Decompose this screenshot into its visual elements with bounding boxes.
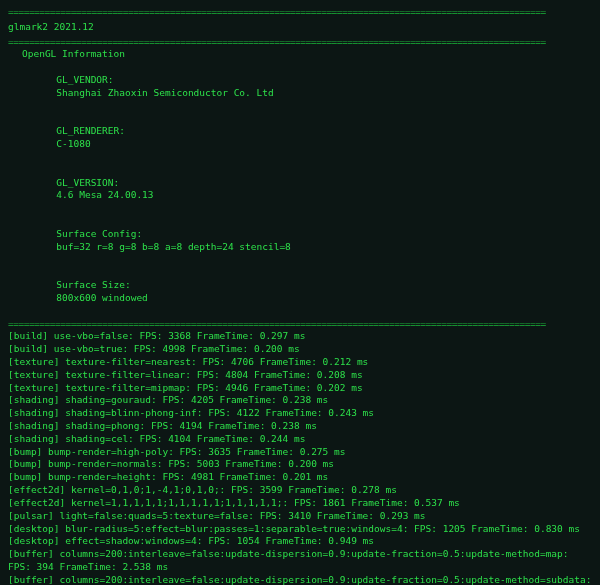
label: GL_VENDOR: — [56, 74, 158, 87]
benchmark-line: [shading] shading=phong: FPS: 4194 Frame… — [8, 420, 592, 433]
benchmark-line: [bump] bump-render=height: FPS: 4981 Fra… — [8, 471, 592, 484]
benchmark-line: [bump] bump-render=normals: FPS: 5003 Fr… — [8, 458, 592, 471]
benchmark-line: [shading] shading=cel: FPS: 4104 FrameTi… — [8, 433, 592, 446]
benchmark-line: [pulsar] light=false:quads=5:texture=fal… — [8, 510, 592, 523]
benchmark-line: [desktop] blur-radius=5:effect=blur:pass… — [8, 523, 592, 536]
divider: ========================================… — [8, 6, 592, 19]
benchmark-line: [texture] texture-filter=nearest: FPS: 4… — [8, 356, 592, 369]
benchmark-line: [effect2d] kernel=1,1,1,1,1;1,1,1,1,1;1,… — [8, 497, 592, 510]
benchmark-line: [desktop] effect=shadow:windows=4: FPS: … — [8, 535, 592, 548]
gl-renderer: GL_RENDERER: C-1080 — [22, 113, 592, 164]
gl-version: GL_VERSION: 4.6 Mesa 24.00.13 — [22, 164, 592, 215]
app-title: glmark2 2021.12 — [8, 19, 592, 36]
surface-config: Surface Config: buf=32 r=8 g=8 b=8 a=8 d… — [22, 215, 592, 266]
opengl-info-block: OpenGL Information GL_VENDOR: Shanghai Z… — [8, 48, 592, 317]
benchmark-line: [texture] texture-filter=mipmap: FPS: 49… — [8, 382, 592, 395]
benchmark-line: [shading] shading=blinn-phong-inf: FPS: … — [8, 407, 592, 420]
benchmark-line: [texture] texture-filter=linear: FPS: 48… — [8, 369, 592, 382]
label: Surface Size: — [56, 279, 158, 292]
value: 800x600 windowed — [56, 292, 148, 303]
label: Surface Config: — [56, 228, 158, 241]
divider: ========================================… — [8, 36, 592, 49]
info-title: OpenGL Information — [22, 48, 592, 61]
terminal-window: ========================================… — [0, 0, 600, 585]
benchmark-line: [build] use-vbo=true: FPS: 4998 FrameTim… — [8, 343, 592, 356]
benchmark-line: [buffer] columns=200:interleave=false:up… — [8, 574, 592, 585]
value: C-1080 — [56, 138, 90, 149]
value: Shanghai Zhaoxin Semiconductor Co. Ltd — [56, 87, 273, 98]
gl-vendor: GL_VENDOR: Shanghai Zhaoxin Semiconducto… — [22, 61, 592, 112]
benchmark-line: [build] use-vbo=false: FPS: 3368 FrameTi… — [8, 330, 592, 343]
surface-size: Surface Size: 800x600 windowed — [22, 266, 592, 317]
benchmark-line: [shading] shading=gouraud: FPS: 4205 Fra… — [8, 394, 592, 407]
label: GL_VERSION: — [56, 177, 158, 190]
value: buf=32 r=8 g=8 b=8 a=8 depth=24 stencil=… — [56, 241, 291, 252]
benchmark-line: [buffer] columns=200:interleave=false:up… — [8, 548, 592, 574]
label: GL_RENDERER: — [56, 125, 158, 138]
value: 4.6 Mesa 24.00.13 — [56, 189, 153, 200]
benchmark-results: [build] use-vbo=false: FPS: 3368 FrameTi… — [8, 330, 592, 585]
benchmark-line: [bump] bump-render=high-poly: FPS: 3635 … — [8, 446, 592, 459]
benchmark-line: [effect2d] kernel=0,1,0;1,-4,1;0,1,0;: F… — [8, 484, 592, 497]
divider: ========================================… — [8, 318, 592, 331]
